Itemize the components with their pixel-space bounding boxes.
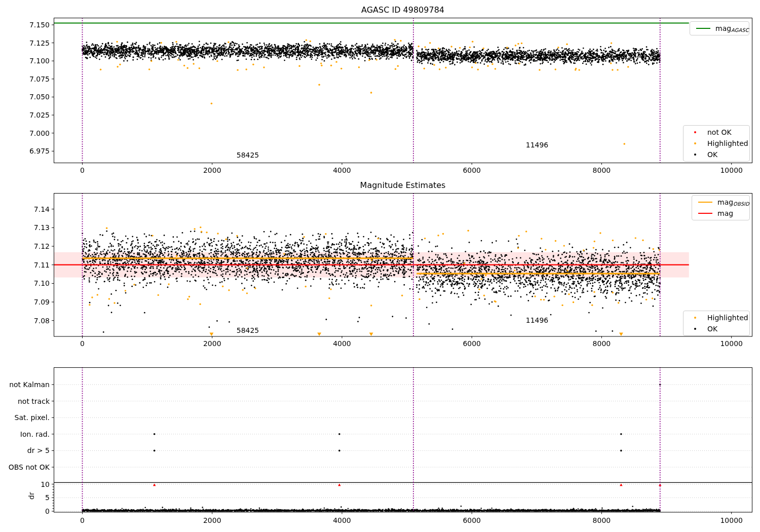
segment-annotation-58425: 58425 [237,151,259,159]
plot1-x-tick-label: 2000 [203,166,221,174]
plot2-x-tick-label: 4000 [333,339,351,348]
plot2-y-tick-label: 7.09 [15,298,50,306]
plot3-category-label: not Kalman [3,381,50,389]
plot2-y-tick-label: 7.12 [15,242,50,250]
segment-annotation-11496: 11496 [526,316,549,324]
plot1-y-tick-label: 7.075 [15,75,50,83]
plot3-x-tick-label: 0 [80,516,85,524]
mag-agasc-line-swatch [696,28,710,29]
plot3-category-label: Sat. pixel. [3,413,50,422]
legend-item-highlighted: Highlighted [683,138,749,149]
highlighted-dot-swatch [694,317,696,319]
highlighted-dot-swatch [694,142,696,144]
legend-label: magAGASC [715,24,749,33]
legend-label: Highlighted [707,139,748,147]
mag-obsid-line-swatch [698,202,712,203]
plot3-x-tick-label: 10000 [720,516,743,524]
segment-annotation-11496: 11496 [526,141,549,149]
legend-label: mag [717,209,733,218]
plot2-x-tick-label: 10000 [720,339,743,348]
plot1-y-tick-label: 7.100 [15,57,50,65]
figure: AGASC ID 49809784 Magnitude Estimates 7.… [0,0,760,532]
legend-middle-markers: Highlighted OK [683,311,750,336]
plot3-x-tick-label: 8000 [593,516,611,524]
legend-item-ok: OK [683,149,749,160]
plot3-category-label: not track [3,397,50,405]
plot2-y-tick-label: 7.13 [15,223,50,232]
plot3-category-label: dr > 5 [3,446,50,454]
ok-dot-swatch [694,328,696,330]
mag-line-swatch [698,213,712,214]
legend-mag-agasc: magAGASC [690,21,749,35]
legend-label: OK [707,325,717,333]
plot2-x-tick-label: 6000 [463,339,481,348]
plot1-y-tick-label: 7.025 [15,111,50,119]
plot2-x-tick-label: 2000 [203,339,221,348]
plot3-category-label: OBS not OK [3,463,50,471]
plot1-y-tick-label: 7.150 [15,21,50,29]
dr-tick-label: 0 [15,507,50,515]
legend-label: OK [707,150,717,159]
plot2-title: Magnitude Estimates [360,180,446,190]
ok-dot-swatch [694,154,696,156]
legend-label: magOBSID [717,198,749,207]
plot3-x-tick-label: 2000 [203,516,221,524]
plot1-y-tick-label: 6.975 [15,147,50,155]
legend-item-mag: mag [692,208,749,219]
plot1-title: AGASC ID 49809784 [361,5,444,15]
segment-annotation-58425: 58425 [237,326,259,334]
legend-item-ok: OK [683,323,749,334]
plot2-y-tick-label: 7.11 [15,261,50,269]
legend-label-main: mag [715,24,731,32]
legend-mag-lines: magOBSID mag [692,195,750,220]
plot3-category-label: Ion. rad. [3,430,50,438]
legend-item-not-ok: not OK [683,127,749,138]
legend-label: Highlighted [707,314,748,322]
plot1-y-tick-label: 7.125 [15,39,50,47]
legend-label-main: mag [717,209,733,217]
plot1-x-tick-label: 6000 [463,166,481,174]
plots-canvas [0,0,760,532]
plot2-x-tick-label: 0 [80,339,85,348]
legend-label-main: mag [717,198,733,206]
legend-item-mag-agasc: magAGASC [690,22,749,35]
plot1-x-tick-label: 4000 [333,166,351,174]
plot1-y-tick-label: 7.050 [15,93,50,101]
plot2-y-tick-label: 7.08 [15,317,50,325]
plot3-x-tick-label: 6000 [463,516,481,524]
dr-axis-label: dr [27,487,35,500]
legend-label-sub: AGASC [731,27,749,33]
plot2-y-tick-label: 7.14 [15,205,50,213]
legend-label-sub: OBSID [733,201,749,207]
legend-label: not OK [707,128,732,136]
plot3-x-tick-label: 4000 [333,516,351,524]
plot1-x-tick-label: 10000 [720,166,743,174]
legend-item-highlighted: Highlighted [683,312,749,323]
plot1-x-tick-label: 8000 [593,166,611,174]
plot2-x-tick-label: 8000 [593,339,611,348]
plot2-y-tick-label: 7.10 [15,279,50,287]
legend-top-markers: not OK Highlighted OK [683,125,750,162]
plot1-y-tick-label: 7.000 [15,129,50,137]
not-ok-dot-swatch [694,131,696,133]
plot1-x-tick-label: 0 [80,166,85,174]
legend-item-mag-obsid: magOBSID [692,197,749,208]
